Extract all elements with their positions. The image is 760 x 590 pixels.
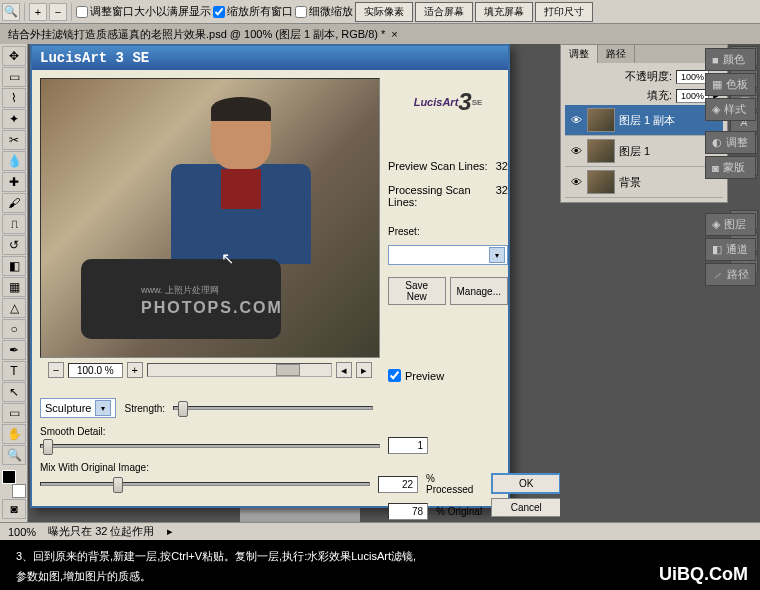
preview-scrollbar[interactable] xyxy=(147,363,332,377)
eye-icon[interactable]: 👁 xyxy=(569,175,583,189)
preset-label: Preset: xyxy=(388,226,508,237)
scroll-left-button[interactable]: ◂ xyxy=(336,362,352,378)
preview-scan-label: Preview Scan Lines: xyxy=(388,160,488,172)
stamp-tool-icon[interactable]: ⎍ xyxy=(2,214,26,234)
swatch-panel-label[interactable]: ▦色板 xyxy=(705,73,756,96)
scrubby-zoom-check[interactable]: 细微缩放 xyxy=(295,4,353,19)
canvas-area: LucisArt 3 SE www. 上照片处理网 xyxy=(28,44,560,540)
preview-scan-value: 32 xyxy=(496,160,508,172)
crop-tool-icon[interactable]: ✂ xyxy=(2,130,26,150)
pen-tool-icon[interactable]: ✒ xyxy=(2,340,26,360)
lasso-tool-icon[interactable]: ⌇ xyxy=(2,88,26,108)
status-zoom: 100% xyxy=(8,526,36,538)
lucisart-logo: LucisArt3SE xyxy=(388,82,508,122)
zoom-tool-icon[interactable]: 🔍 xyxy=(2,445,26,465)
style-panel-label[interactable]: ◈样式 xyxy=(705,98,756,121)
preview-checkbox[interactable]: Preview xyxy=(388,369,508,382)
preview-image: www. 上照片处理网 PHOTOPS.COM ↖ xyxy=(40,78,380,358)
mix-slider[interactable] xyxy=(40,482,370,486)
chevron-down-icon: ▾ xyxy=(95,400,111,416)
eye-icon[interactable]: 👁 xyxy=(569,144,583,158)
smooth-detail-slider[interactable] xyxy=(40,444,380,448)
processing-scan-label: Processing Scan Lines: xyxy=(388,184,496,208)
layer-row[interactable]: 👁 背景 xyxy=(565,167,723,198)
brush-tool-icon[interactable]: 🖌 xyxy=(2,193,26,213)
fill-screen-button[interactable]: 填充屏幕 xyxy=(475,2,533,22)
history-brush-icon[interactable]: ↺ xyxy=(2,235,26,255)
site-logo: UiBQ.CoM xyxy=(659,564,748,584)
tutorial-caption: 3、回到原来的背景,新建一层,按Ctrl+V粘贴。复制一层,执行:水彩效果Luc… xyxy=(0,540,760,590)
foreground-color[interactable] xyxy=(2,470,16,484)
status-info: 曝光只在 32 位起作用 xyxy=(48,524,154,539)
mix-processed-input[interactable] xyxy=(378,476,418,493)
watermark-small: www. 上照片处理网 xyxy=(141,284,219,297)
pct-processed-label: % Processed xyxy=(426,473,483,495)
layer-name: 背景 xyxy=(619,175,641,190)
color-panel-label[interactable]: ■颜色 xyxy=(705,48,756,71)
strength-label: Strength: xyxy=(124,403,165,414)
pct-original-label: % Original xyxy=(436,506,482,517)
dodge-tool-icon[interactable]: ○ xyxy=(2,319,26,339)
manage-button[interactable]: Manage... xyxy=(450,277,508,305)
chevron-down-icon: ▾ xyxy=(489,247,505,263)
document-tab[interactable]: 结合外挂滤镜打造质感逼真的老照片效果.psd @ 100% (图层 1 副本, … xyxy=(0,24,760,44)
layer-name: 图层 1 xyxy=(619,144,650,159)
scroll-right-button[interactable]: ▸ xyxy=(356,362,372,378)
cancel-button[interactable]: Cancel xyxy=(491,498,560,517)
fill-label: 填充: xyxy=(647,88,672,103)
print-size-button[interactable]: 打印尺寸 xyxy=(535,2,593,22)
shape-tool-icon[interactable]: ▭ xyxy=(2,403,26,423)
zoom-all-windows-check[interactable]: 缩放所有窗口 xyxy=(213,4,293,19)
heal-tool-icon[interactable]: ✚ xyxy=(2,172,26,192)
hand-tool-icon[interactable]: ✋ xyxy=(2,424,26,444)
mix-original-input[interactable] xyxy=(388,503,428,520)
quickmask-icon[interactable]: ◙ xyxy=(2,499,26,519)
processing-scan-value: 32 xyxy=(496,184,508,208)
lucisart-dialog: LucisArt 3 SE www. 上照片处理网 xyxy=(30,44,510,508)
strength-slider[interactable] xyxy=(173,406,373,410)
smooth-detail-label: Smooth Detail: xyxy=(40,426,500,437)
color-swatches[interactable] xyxy=(2,470,26,498)
mode-dropdown[interactable]: Sculpture▾ xyxy=(40,398,116,418)
path-tool-icon[interactable]: ↖ xyxy=(2,382,26,402)
zoom-tool-icon[interactable]: 🔍 xyxy=(2,3,20,21)
zoom-in-button[interactable]: + xyxy=(127,362,143,378)
adjust-panel-label[interactable]: ◐调整 xyxy=(705,131,756,154)
eye-icon[interactable]: 👁 xyxy=(569,113,583,127)
move-tool-icon[interactable]: ✥ xyxy=(2,46,26,66)
ok-button[interactable]: OK xyxy=(491,473,560,494)
fit-screen-button[interactable]: 适合屏幕 xyxy=(415,2,473,22)
layers-panel: 调整 路径 不透明度: 100% ▸ 填充: 100% ▸ xyxy=(560,44,728,203)
smooth-detail-input[interactable] xyxy=(388,437,428,454)
blur-tool-icon[interactable]: △ xyxy=(2,298,26,318)
eraser-tool-icon[interactable]: ◧ xyxy=(2,256,26,276)
channel-panel-label[interactable]: ◧通道 xyxy=(705,238,756,261)
actual-pixels-button[interactable]: 实际像素 xyxy=(355,2,413,22)
path-panel-label[interactable]: ⟋路径 xyxy=(705,263,756,286)
gradient-tool-icon[interactable]: ▦ xyxy=(2,277,26,297)
mask-panel-label[interactable]: ◙蒙版 xyxy=(705,156,756,179)
layer-row[interactable]: 👁 图层 1 副本 xyxy=(565,105,723,136)
resize-window-check[interactable]: 调整窗口大小以满屏显示 xyxy=(76,4,211,19)
preset-dropdown[interactable]: ▾ xyxy=(388,245,508,265)
tab-adjust[interactable]: 调整 xyxy=(561,45,598,63)
layer-panel-label[interactable]: ◈图层 xyxy=(705,213,756,236)
save-new-button[interactable]: Save New xyxy=(388,277,446,305)
layer-thumbnail xyxy=(587,170,615,194)
zoom-out-button[interactable]: − xyxy=(48,362,64,378)
marquee-tool-icon[interactable]: ▭ xyxy=(2,67,26,87)
layer-row[interactable]: 👁 图层 1 xyxy=(565,136,723,167)
tools-panel: ✥ ▭ ⌇ ✦ ✂ 💧 ✚ 🖌 ⎍ ↺ ◧ ▦ △ ○ ✒ T ↖ ▭ ✋ 🔍 … xyxy=(0,44,28,540)
zoom-out-icon[interactable]: − xyxy=(49,3,67,21)
side-panel-labels: ■颜色 ▦色板 ◈样式 ◐调整 ◙蒙版 ◈图层 ◧通道 ⟋路径 xyxy=(705,48,756,286)
status-bar: 100% 曝光只在 32 位起作用 ▸ xyxy=(0,522,760,540)
zoom-in-icon[interactable]: + xyxy=(29,3,47,21)
background-color[interactable] xyxy=(12,484,26,498)
wand-tool-icon[interactable]: ✦ xyxy=(2,109,26,129)
options-bar: 🔍 + − 调整窗口大小以满屏显示 缩放所有窗口 细微缩放 实际像素 适合屏幕 … xyxy=(0,0,760,24)
layer-thumbnail xyxy=(587,108,615,132)
eyedropper-tool-icon[interactable]: 💧 xyxy=(2,151,26,171)
tab-path[interactable]: 路径 xyxy=(598,45,635,63)
opacity-label: 不透明度: xyxy=(625,69,672,84)
type-tool-icon[interactable]: T xyxy=(2,361,26,381)
